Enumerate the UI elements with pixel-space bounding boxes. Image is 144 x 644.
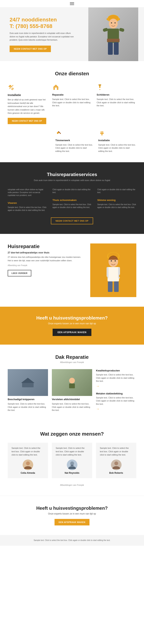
services-section: Onze diensten Installatie Ben je altijd … — [0, 61, 144, 162]
thuisreparatie-title: Thuisreparatieservices — [8, 172, 136, 177]
svg-rect-9 — [119, 28, 124, 32]
reparatie-title: Reparatie — [52, 93, 92, 96]
dak-item2-title: Versleten afdichtmiddel — [52, 398, 92, 401]
dak-grid: Beschadigd knipperen Sample text. Click … — [8, 369, 136, 412]
testimonials-credit: Afbeeldingen van Freepik — [8, 484, 136, 486]
dak-item3-title: Kwaliteitsproducten — [96, 369, 136, 372]
thuisreparatie-col1: voluptate velit esse cillum dolore eu fu… — [8, 188, 47, 212]
testimonials-section: Wat zeggen onze mensen? Sample text. Cli… — [0, 422, 144, 496]
svg-rect-10 — [108, 42, 113, 55]
cta1-subtitle: Onze experts lossen ze in een mum van ti… — [8, 322, 136, 325]
avatar-nat — [67, 460, 77, 470]
cta1-title: Heeft u huisvestingsproblemen? — [8, 315, 136, 321]
house-icon — [52, 83, 92, 91]
hero-worker-image — [88, 8, 138, 61]
dak-item3-text: Sample text. Click to select the text bo… — [96, 373, 136, 383]
cta2-button[interactable]: EEN AFSPRAAK MAKEN — [55, 519, 90, 526]
dak-title: Dak Reparatie — [8, 354, 136, 360]
dak-item3-arrow[interactable]: → — [96, 384, 99, 388]
svg-rect-19 — [102, 131, 103, 133]
testimonials-title: Wat zeggen onze mensen? — [8, 431, 136, 437]
cta2-section: Heeft u huisvestingsproblemen? Onze expe… — [0, 496, 144, 535]
cta1-section: Heeft u huisvestingsproblemen? Onze expe… — [0, 307, 144, 344]
installatie2-title: Installatie — [98, 139, 136, 142]
services-title: Onze diensten — [8, 71, 136, 76]
svg-point-29 — [104, 276, 107, 280]
avatar-celia — [23, 460, 33, 470]
hero-cta-button[interactable]: NEEM CONTACT MET ONS OP — [10, 46, 51, 52]
svg-rect-20 — [102, 134, 102, 136]
svg-point-39 — [70, 462, 74, 465]
worker-illustration — [94, 10, 132, 59]
cta1-button[interactable]: EEN AFSPRAAK MAKEN — [53, 329, 92, 336]
svg-point-4 — [111, 22, 112, 24]
thuisreparatie-top-cols: voluptate velit esse cillum dolore eu fu… — [8, 188, 136, 212]
dak-section: Dak Reparatie Afbeeldingen van Freepik B… — [0, 344, 144, 422]
testimonial-card2-text: Sample text. Click to select the text bo… — [56, 446, 88, 457]
paint-icon — [97, 83, 136, 91]
testimonial-card3: Sample text. Click to select the text bo… — [96, 443, 136, 478]
dak-item3: Kwaliteitsproducten Sample text. Click t… — [96, 369, 136, 388]
repair-cta-button[interactable]: LEES VERDER — [8, 270, 31, 276]
svg-rect-7 — [107, 39, 120, 42]
svg-point-25 — [115, 260, 116, 262]
svg-rect-33 — [22, 382, 34, 387]
schilderen-text: Sample text. Click to select the text bo… — [97, 98, 136, 107]
testimonial-card1: Sample text. Click to select the text bo… — [8, 443, 48, 478]
hero-description: Duis aute irure dolor in reprehenderit i… — [10, 32, 77, 42]
hero-text: 24/7 nooddiensten T: (780) 555-8768 Duis… — [10, 16, 77, 52]
slimme-title: Slimme woning — [97, 199, 136, 202]
svg-point-42 — [114, 462, 118, 465]
dak-item1-title: Beschadigd knipperen — [8, 398, 48, 401]
footer-text: Sample text. Click to select the text bo… — [8, 539, 136, 542]
svg-rect-8 — [102, 28, 108, 32]
plug-icon — [98, 129, 136, 137]
dak-item2-text: Sample text. Click to select the text bo… — [52, 402, 92, 412]
testimonials-grid: Sample text. Click to select the text bo… — [8, 443, 136, 478]
service-schilderen: Schilderen Sample text. Click to select … — [97, 83, 136, 124]
installatie2-text: Sample text. Click to select the text bo… — [98, 143, 136, 153]
svg-rect-35 — [69, 384, 75, 388]
hamburger-menu[interactable] — [70, 2, 74, 5]
vloeren-text: Sample text. Click to select the text bo… — [8, 206, 47, 212]
thuisreparatie-cta-button[interactable]: NEEM CONTACT MET ONS OP — [51, 218, 93, 224]
tools-icon — [8, 83, 47, 91]
timmerwerk-text: Sample text. Click to select the text bo… — [55, 143, 93, 153]
thuisreparatie-cta: NEEM CONTACT MET ONS OP — [8, 218, 136, 224]
cta2-subtitle: Onze experts lossen ze in een mum van ti… — [8, 512, 136, 515]
dak-item1: Beschadigd knipperen Sample text. Click … — [8, 369, 48, 412]
dak-credit: Afbeeldingen van Freepik — [8, 361, 136, 364]
dak-item2: Versleten afdichtmiddel Sample text. Cli… — [52, 369, 92, 412]
dak-item4-arrow[interactable]: → — [96, 407, 99, 411]
thuisreparatie-col2: Click again or double click to start edi… — [52, 188, 91, 212]
repair-text-block: Huisreparatie 27 doe-het-zelfreparatieti… — [8, 244, 84, 276]
hero-title: 24/7 nooddiensten T: (780) 555-8768 — [10, 16, 77, 29]
repair-title: Huisreparatie — [8, 244, 84, 250]
svg-point-37 — [26, 462, 30, 465]
hero-phone: T: (780) 555-8768 — [10, 23, 77, 30]
testimonial-person3: Bob Roberts — [100, 460, 132, 474]
service-timmerwerk: Timmerwerk Sample text. Click to select … — [55, 129, 93, 153]
cta2-title: Heeft u huisvestingsproblemen? — [8, 506, 136, 511]
dak-img1 — [8, 369, 48, 396]
svg-rect-15 — [98, 84, 101, 86]
avatar-bob — [111, 460, 121, 470]
svg-point-24 — [111, 260, 112, 262]
service-installatie: Installatie Ben je altijd al op zoek gew… — [8, 83, 47, 124]
schoonmaken-text: Sample text. Click to select the text bo… — [52, 203, 91, 209]
installatie-title: Installatie — [8, 93, 47, 96]
installatie-cta-button[interactable]: NEEM CONTACT MET ONS OP — [8, 118, 46, 124]
schoonmaken-title: Thuis schoonmaken — [52, 199, 91, 202]
slimme-text: Sample text. Click to select the text bo… — [97, 203, 136, 209]
svg-rect-40 — [71, 465, 74, 466]
repair-worker-illustration — [94, 246, 132, 294]
hero-image — [88, 8, 138, 61]
svg-point-5 — [115, 22, 116, 24]
person1-name: Celia Almeda — [21, 472, 35, 474]
svg-point-34 — [69, 378, 75, 384]
timmerwerk-title: Timmerwerk — [55, 139, 93, 142]
header — [0, 0, 144, 8]
svg-rect-13 — [55, 88, 57, 90]
thuisreparatie-subtitle: Duis aute irure dolor in reprehenderit i… — [8, 179, 136, 182]
svg-rect-31 — [108, 282, 112, 292]
